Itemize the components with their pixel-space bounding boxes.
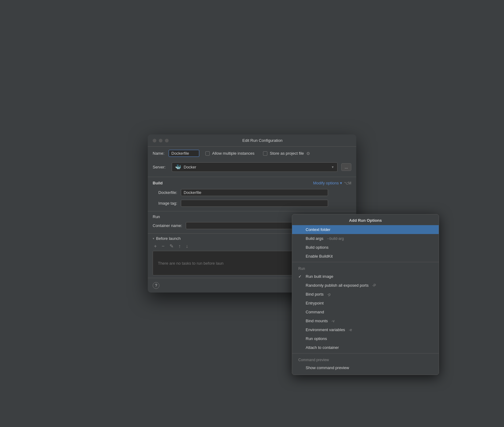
name-input[interactable] [169,150,199,157]
checkmark-run-built: ✓ [298,274,303,279]
dropdown-item-entrypoint[interactable]: Entrypoint [292,299,439,308]
move-down-button[interactable]: ↓ [185,243,189,250]
server-dropdown[interactable]: 🐳 Docker ▼ [172,162,338,172]
remove-task-button[interactable]: − [160,243,166,250]
dropdown-item-enable-buildkit[interactable]: Enable BuildKit [292,252,439,261]
image-tag-row: Image tag: [148,198,356,209]
container-name-label: Container name: [153,223,182,228]
dropdown-item-bind-mounts[interactable]: Bind mounts -v [292,316,439,325]
traffic-lights [153,139,169,142]
dropdown-item-attach-to-container[interactable]: Attach to container [292,343,439,352]
item-label: Command [306,310,324,314]
allow-multiple-group: Allow multiple instances [205,151,254,156]
publish-hint: -P [372,283,376,288]
green-arrow-icon [292,252,292,261]
dropdown-item-context-folder[interactable]: Context folder [292,225,439,234]
store-as-project-group: Store as project file ⚙ [263,151,310,156]
item-label: Enable BuildKit [306,254,333,259]
add-task-button[interactable]: + [153,243,158,250]
window-title: Edit Run Configuration [174,138,351,143]
allow-multiple-checkbox[interactable] [205,151,210,156]
move-up-button[interactable]: ↑ [177,243,182,250]
name-label: Name: [153,151,165,156]
title-bar: Edit Run Configuration [148,134,356,146]
command-preview-label: Command preview [292,355,439,363]
gear-icon[interactable]: ⚙ [306,151,310,156]
store-as-project-label: Store as project file [270,151,304,156]
allow-multiple-label: Allow multiple instances [212,151,254,156]
dockerfile-label: Dockerfile: [153,190,177,195]
run-title: Run [153,214,160,219]
server-value: Docker [184,165,196,169]
more-button[interactable]: ... [341,163,351,171]
item-label: Entrypoint [306,301,324,305]
item-label: Bind mounts [306,319,328,323]
run-section-label: Run [292,263,439,272]
dockerfile-input[interactable] [181,189,328,196]
item-label: Show command preview [306,365,349,370]
dropdown-item-show-command-preview[interactable]: Show command preview [292,363,439,372]
close-button[interactable] [153,139,156,142]
item-label: Randomly publish all exposed ports [306,283,368,288]
add-run-options-dropdown: Add Run Options Context folder Build arg… [292,214,439,375]
collapse-icon[interactable]: ▾ [153,237,154,240]
build-section-header: Build Modify options ▾ ⌥M [148,177,356,187]
dropdown-item-env-vars[interactable]: Environment variables -e [292,325,439,334]
item-label: Run options [306,336,327,341]
item-label: Attach to container [306,345,339,350]
bind-mounts-hint: -v [331,319,334,323]
image-tag-input[interactable] [181,200,328,207]
build-title: Build [153,181,163,185]
docker-icon: 🐳 [175,164,181,170]
dropdown-title: Add Run Options [292,214,439,225]
dropdown-item-command[interactable]: Command [292,308,439,316]
maximize-button[interactable] [165,139,169,142]
dropdown-item-run-options[interactable]: Run options [292,334,439,343]
server-label: Server: [153,165,168,169]
empty-message: There are no tasks to run before laun [158,261,223,266]
dropdown-item-publish-ports[interactable]: Randomly publish all exposed ports -P [292,281,439,290]
chevron-down-icon: ▼ [331,165,334,169]
item-label: Context folder [306,227,330,232]
bind-ports-hint: -p [327,292,331,297]
dropdown-divider-1 [292,262,439,262]
dropdown-item-build-args[interactable]: Build args --build-arg [292,234,439,243]
edit-task-button[interactable]: ✎ [168,243,175,250]
server-dropdown-left: 🐳 Docker [175,164,196,170]
before-launch-title: Before launch [156,236,181,241]
help-button[interactable]: ? [153,282,159,289]
item-label: Environment variables [306,327,345,332]
dropdown-item-build-options[interactable]: Build options [292,243,439,252]
item-label: Bind ports [306,292,324,297]
dropdown-item-run-built-image[interactable]: ✓ Run built image [292,272,439,281]
dropdown-divider-2 [292,353,439,353]
item-label: Build args [306,236,323,241]
server-row: Server: 🐳 Docker ▼ ... [148,160,356,174]
shortcut-hint: ⌥M [344,181,351,185]
chevron-down-small-icon: ▾ [340,181,342,185]
name-row: Name: Allow multiple instances Store as … [148,147,356,160]
build-args-hint: --build-arg [327,236,344,241]
dockerfile-row: Dockerfile: [148,187,356,198]
dropdown-item-bind-ports[interactable]: Bind ports -p [292,290,439,299]
image-tag-label: Image tag: [153,201,177,206]
item-label: Run built image [306,274,333,279]
store-as-project-checkbox[interactable] [263,151,267,156]
item-label: Build options [306,245,328,250]
modify-options-link[interactable]: Modify options ▾ [313,181,342,185]
minimize-button[interactable] [159,139,162,142]
env-vars-hint: -e [349,328,352,332]
